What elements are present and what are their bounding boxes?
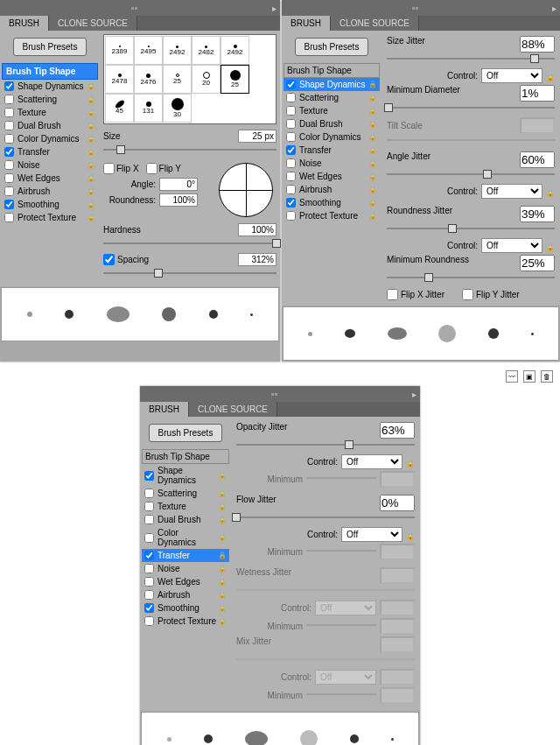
sidebar-smoothing[interactable]: Smoothing	[2, 198, 98, 211]
opacity-jitter-slider[interactable]	[236, 440, 415, 449]
min-diameter-input[interactable]	[520, 85, 555, 102]
angle-jitter-slider[interactable]	[387, 170, 555, 179]
sidebar-transfer[interactable]: Transfer	[142, 549, 229, 562]
tab-clone-source[interactable]: CLONE SOURCE	[189, 402, 277, 417]
close-icon[interactable]: ▸	[269, 4, 280, 13]
sidebar-dual-brush[interactable]: Dual Brush	[142, 513, 229, 526]
opacity-control-select[interactable]: Off	[341, 454, 402, 469]
sidebar-wet-edges[interactable]: Wet Edges	[284, 170, 380, 183]
close-icon[interactable]: ▸	[409, 390, 420, 399]
sidebar-brush-tip-shape[interactable]: Brush Tip Shape	[284, 63, 380, 78]
angle-widget[interactable]	[219, 163, 273, 217]
flip-x-checkbox[interactable]: Flip X	[103, 163, 139, 174]
flip-y-checkbox[interactable]: Flip Y	[146, 163, 181, 174]
sidebar-dual-brush[interactable]: Dual Brush	[284, 117, 380, 130]
hardness-slider[interactable]	[103, 239, 276, 248]
tab-brush[interactable]: BRUSH	[0, 16, 49, 31]
sidebar-scattering[interactable]: Scattering	[2, 93, 98, 106]
sidebar-scattering[interactable]: Scattering	[284, 91, 380, 104]
brush-sample[interactable]: 25	[163, 65, 192, 94]
sidebar-shape-dynamics[interactable]: Shape Dynamics	[2, 80, 98, 93]
brush-presets-button[interactable]: Brush Presets	[149, 424, 223, 442]
sidebar-smoothing[interactable]: Smoothing	[142, 601, 229, 615]
brush-sample[interactable]: 2389	[105, 36, 134, 65]
new-preset-icon[interactable]: ▣	[523, 370, 536, 383]
sidebar-wet-edges[interactable]: Wet Edges	[2, 172, 98, 185]
size-jitter-slider[interactable]	[387, 54, 555, 63]
tab-clone-source[interactable]: CLONE SOURCE	[331, 16, 419, 31]
size-jitter-input[interactable]	[520, 36, 555, 53]
size-control-select[interactable]: Off	[481, 68, 542, 83]
sidebar-color-dynamics[interactable]: Color Dynamics	[284, 130, 380, 144]
spacing-input[interactable]	[238, 253, 276, 266]
brush-sample-grid[interactable]: 2389 2495 2492 2482 2492 2478 2476 25 20…	[103, 34, 276, 124]
tab-brush[interactable]: BRUSH	[140, 402, 189, 417]
sidebar-smoothing[interactable]: Smoothing	[284, 196, 380, 209]
brush-sample-selected[interactable]: 25	[220, 65, 249, 94]
min-roundness-input[interactable]	[520, 255, 555, 271]
sidebar-noise[interactable]: Noise	[2, 158, 98, 172]
flow-jitter-slider[interactable]	[236, 513, 415, 522]
sidebar-texture[interactable]: Texture	[284, 104, 380, 117]
delete-icon[interactable]: 🗑	[541, 370, 553, 383]
spacing-slider[interactable]	[103, 269, 276, 278]
spacing-checkbox[interactable]: Spacing	[103, 254, 149, 265]
sidebar-texture[interactable]: Texture	[2, 106, 98, 119]
flip-x-jitter-checkbox[interactable]: Flip X Jitter	[387, 289, 444, 300]
brush-presets-button[interactable]: Brush Presets	[295, 38, 369, 56]
brush-sample[interactable]: 2495	[134, 36, 163, 65]
brush-sample[interactable]: 2476	[134, 65, 163, 94]
roundness-input[interactable]	[159, 193, 198, 207]
flow-jitter-input[interactable]	[380, 495, 415, 511]
sidebar-transfer[interactable]: Transfer	[2, 145, 98, 158]
sidebar-color-dynamics[interactable]: Color Dynamics	[142, 526, 229, 549]
sidebar-airbrush[interactable]: Airbrush	[142, 588, 229, 601]
lock-icon	[218, 565, 227, 573]
sidebar-scattering[interactable]: Scattering	[142, 487, 229, 500]
roundness-control-select[interactable]: Off	[481, 238, 542, 253]
angle-control-select[interactable]: Off	[481, 184, 542, 199]
brush-sample[interactable]: 2492	[163, 36, 192, 65]
size-input[interactable]	[238, 130, 276, 143]
sidebar-wet-edges[interactable]: Wet Edges	[142, 575, 229, 588]
min-roundness-slider[interactable]	[387, 273, 555, 282]
brush-presets-button[interactable]: Brush Presets	[13, 38, 88, 56]
sidebar-protect-texture[interactable]: Protect Texture	[284, 209, 380, 222]
sidebar-shape-dynamics[interactable]: Shape Dynamics	[284, 78, 380, 91]
flip-y-jitter-checkbox[interactable]: Flip Y Jitter	[462, 289, 520, 300]
min-diameter-slider[interactable]	[387, 103, 555, 112]
lock-icon	[87, 109, 95, 117]
angle-input[interactable]	[159, 178, 198, 191]
brush-sample[interactable]: 30	[163, 94, 192, 123]
brush-sample[interactable]: 45	[105, 94, 134, 123]
tab-clone-source[interactable]: CLONE SOURCE	[49, 16, 137, 31]
sidebar-protect-texture[interactable]: Protect Texture	[2, 211, 98, 224]
hardness-input[interactable]	[238, 223, 276, 236]
sidebar-brush-tip-shape[interactable]: Brush Tip Shape	[2, 63, 98, 80]
tab-brush[interactable]: BRUSH	[282, 16, 331, 31]
brush-sample[interactable]: 20	[192, 65, 220, 94]
roundness-jitter-slider[interactable]	[387, 224, 555, 233]
brush-sample[interactable]: 2492	[220, 36, 249, 65]
sidebar-brush-tip-shape[interactable]: Brush Tip Shape	[142, 449, 229, 464]
sidebar-shape-dynamics[interactable]: Shape Dynamics	[142, 464, 229, 487]
sidebar-transfer[interactable]: Transfer	[284, 144, 380, 157]
sidebar-protect-texture[interactable]: Protect Texture	[142, 615, 229, 628]
brush-sample[interactable]: 131	[134, 94, 163, 123]
angle-jitter-input[interactable]	[520, 151, 555, 168]
flow-control-select[interactable]: Off	[341, 527, 402, 542]
opacity-jitter-input[interactable]	[380, 422, 415, 439]
sidebar-texture[interactable]: Texture	[142, 500, 229, 513]
roundness-jitter-input[interactable]	[520, 206, 555, 222]
size-slider[interactable]	[103, 145, 276, 154]
sidebar-airbrush[interactable]: Airbrush	[2, 185, 98, 198]
sidebar-airbrush[interactable]: Airbrush	[284, 183, 380, 196]
sidebar-noise[interactable]: Noise	[142, 562, 229, 575]
brush-sample[interactable]: 2478	[105, 65, 134, 94]
sidebar-dual-brush[interactable]: Dual Brush	[2, 119, 98, 132]
sidebar-color-dynamics[interactable]: Color Dynamics	[2, 132, 98, 145]
brush-preview-icon[interactable]: 〰	[506, 370, 518, 383]
close-icon[interactable]: ▸	[549, 4, 560, 13]
sidebar-noise[interactable]: Noise	[284, 157, 380, 170]
brush-sample[interactable]: 2482	[192, 36, 220, 65]
